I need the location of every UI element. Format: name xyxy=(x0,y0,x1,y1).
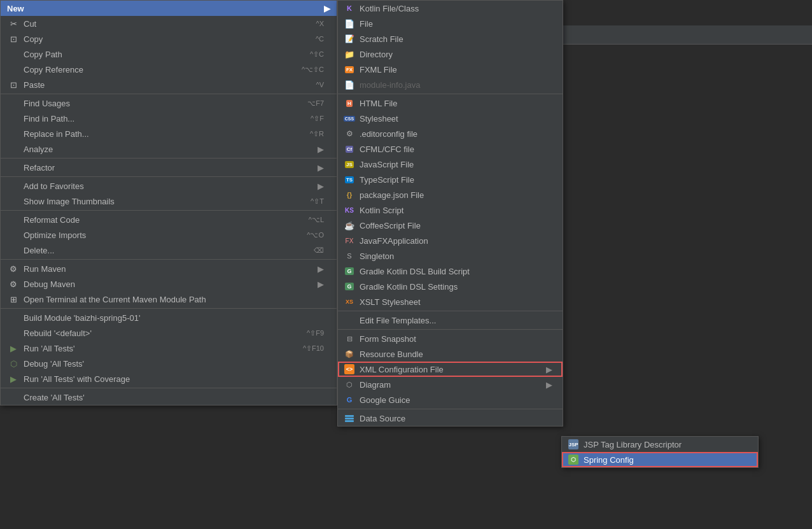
find-usages-label: Find Usages xyxy=(24,99,295,108)
menu-item-gradle-build[interactable]: G Gradle Kotlin DSL Build Script xyxy=(338,264,563,279)
run-tests-icon: ▶ xyxy=(7,344,20,353)
copy-path-label: Copy Path xyxy=(24,50,297,59)
run-maven-label: Run Maven xyxy=(24,264,312,274)
rebuild-label: Rebuild '<default>' xyxy=(24,328,294,338)
menu-item-gradle-settings[interactable]: G Gradle Kotlin DSL Settings xyxy=(338,279,563,294)
run-maven-arrow: ▶ xyxy=(318,264,324,274)
xml-config-submenu: JSP JSP Tag Library Descriptor ⬡ Spring … xyxy=(561,436,759,468)
menu-item-edit-templates[interactable]: Edit File Templates... xyxy=(338,313,563,328)
replace-path-label: Replace in Path... xyxy=(24,129,297,139)
directory-icon: 📁 xyxy=(343,50,356,59)
menu-item-data-source[interactable]: Data Source xyxy=(338,411,563,426)
menu-item-open-terminal[interactable]: ⊞ Open Terminal at the Current Maven Mod… xyxy=(1,292,337,307)
menu-item-editorconfig[interactable]: ⚙ .editorconfig file xyxy=(338,126,563,141)
menu-item-build-module[interactable]: Build Module 'baizhi-spring5-01' xyxy=(1,310,337,325)
menu-item-copy[interactable]: ⊡ Copy ^C xyxy=(1,31,337,46)
find-usages-shortcut: ⌥F7 xyxy=(307,99,324,108)
menu-item-package-json[interactable]: {} package.json File xyxy=(338,187,563,202)
menu-item-module-info[interactable]: 📄 module-info.java xyxy=(338,77,563,92)
separator xyxy=(338,409,563,409)
separator xyxy=(1,94,337,94)
menu-item-replace-path[interactable]: Replace in Path... ^⇧R xyxy=(1,126,337,141)
run-tests-label: Run 'All Tests' xyxy=(24,344,290,353)
google-guice-label: Google Guice xyxy=(360,395,552,405)
menu-item-google-guice[interactable]: G Google Guice xyxy=(338,392,563,407)
menu-item-diagram[interactable]: ⬡ Diagram ▶ xyxy=(338,377,563,392)
show-thumbnails-label: Show Image Thumbnails xyxy=(24,197,298,206)
menu-item-reformat[interactable]: Reformat Code ^⌥L xyxy=(1,212,337,227)
menu-item-paste[interactable]: ⊡ Paste ^V xyxy=(1,77,337,92)
paste-shortcut: ^V xyxy=(316,81,325,88)
delete-shortcut: ⌫ xyxy=(314,246,324,255)
menu-item-form-snapshot[interactable]: ⊟ Form Snapshot xyxy=(338,331,563,346)
menu-item-html[interactable]: H HTML File xyxy=(338,95,563,111)
menu-header-new[interactable]: New ▶ xyxy=(1,1,337,16)
stylesheet-label: Stylesheet xyxy=(360,114,552,123)
javafx-label: JavaFXApplication xyxy=(360,236,552,246)
menu-item-debug-maven[interactable]: ⚙ Debug Maven ▶ xyxy=(1,276,337,292)
paste-icon: ⊡ xyxy=(7,80,20,90)
menu-item-run-maven[interactable]: ⚙ Run Maven ▶ xyxy=(1,261,337,276)
menu-item-typescript[interactable]: TS TypeScript File xyxy=(338,172,563,187)
rebuild-shortcut: ^⇧F9 xyxy=(307,329,324,337)
copy-label: Copy xyxy=(24,34,303,44)
menu-item-xml-config[interactable]: <> XML Configuration File ▶ xyxy=(338,362,563,377)
menu-item-refactor[interactable]: Refactor ▶ xyxy=(1,160,337,175)
module-info-label: module-info.java xyxy=(360,80,552,90)
menu-item-scratch-file[interactable]: 📝 Scratch File xyxy=(338,31,563,46)
javascript-icon: JS xyxy=(343,161,356,168)
menu-item-javafx[interactable]: FX JavaFXApplication xyxy=(338,233,563,248)
copy-path-shortcut: ^⇧C xyxy=(310,50,324,59)
menu-item-analyze[interactable]: Analyze ▶ xyxy=(1,141,337,157)
spring-config-label: Spring Config xyxy=(584,455,748,465)
menu-item-xslt[interactable]: XS XSLT Stylesheet xyxy=(338,294,563,309)
optimize-imports-label: Optimize Imports xyxy=(24,230,294,240)
menu-item-rebuild[interactable]: Rebuild '<default>' ^⇧F9 xyxy=(1,325,337,341)
copy-ref-shortcut: ^⌥⇧C xyxy=(302,66,324,74)
menu-item-find-path[interactable]: Find in Path... ^⇧F xyxy=(1,111,337,126)
typescript-icon: TS xyxy=(343,176,356,183)
menu-item-find-usages[interactable]: Find Usages ⌥F7 xyxy=(1,95,337,111)
menu-header-arrow: ▶ xyxy=(324,4,330,13)
menu-item-resource-bundle[interactable]: 📦 Resource Bundle xyxy=(338,346,563,362)
menu-item-delete[interactable]: Delete... ⌫ xyxy=(1,243,337,258)
menu-item-optimize-imports[interactable]: Optimize Imports ^⌥O xyxy=(1,227,337,243)
google-guice-icon: G xyxy=(343,395,356,405)
fxml-label: FXML File xyxy=(360,65,552,74)
separator xyxy=(1,308,337,309)
run-coverage-label: Run 'All Tests' with Coverage xyxy=(24,374,324,384)
menu-item-javascript[interactable]: JS JavaScript File xyxy=(338,157,563,172)
menu-item-cut[interactable]: ✂ Cut ^X xyxy=(1,16,337,31)
menu-item-kotlin-file[interactable]: K Kotlin File/Class xyxy=(338,1,563,16)
kotlin-file-icon: K xyxy=(343,4,356,12)
menu-item-fxml[interactable]: FX FXML File xyxy=(338,62,563,77)
form-snapshot-label: Form Snapshot xyxy=(360,334,552,344)
menu-item-directory[interactable]: 📁 Directory xyxy=(338,46,563,62)
kotlin-file-label: Kotlin File/Class xyxy=(360,4,552,13)
menu-item-kotlin-script[interactable]: KS Kotlin Script xyxy=(338,202,563,218)
menu-item-show-thumbnails[interactable]: Show Image Thumbnails ^⇧T xyxy=(1,194,337,209)
analyze-label: Analyze xyxy=(24,145,312,154)
package-json-label: package.json File xyxy=(360,190,552,200)
menu-item-coffeescript[interactable]: ☕ CoffeeScript File xyxy=(338,218,563,233)
optimize-imports-shortcut: ^⌥O xyxy=(307,231,324,239)
menu-item-create-tests[interactable]: Create 'All Tests' xyxy=(1,390,337,405)
menu-item-singleton[interactable]: S Singleton xyxy=(338,248,563,264)
separator xyxy=(1,259,337,260)
menu-item-stylesheet[interactable]: CSS Stylesheet xyxy=(338,111,563,126)
menu-item-debug-tests[interactable]: ⬡ Debug 'All Tests' xyxy=(1,356,337,371)
menu-item-add-favorites[interactable]: Add to Favorites ▶ xyxy=(1,178,337,194)
menu-item-cfml[interactable]: Cf CFML/CFC file xyxy=(338,141,563,157)
menu-item-copy-ref[interactable]: Copy Reference ^⌥⇧C xyxy=(1,62,337,77)
menu-item-run-tests[interactable]: ▶ Run 'All Tests' ^⇧F10 xyxy=(1,341,337,356)
run-maven-icon: ⚙ xyxy=(7,264,20,274)
reformat-label: Reformat Code xyxy=(24,215,296,225)
menu-item-file[interactable]: 📄 File xyxy=(338,16,563,31)
menu-item-copy-path[interactable]: Copy Path ^⇧C xyxy=(1,46,337,62)
file-label: File xyxy=(360,19,552,29)
cfml-label: CFML/CFC file xyxy=(360,145,552,154)
separator xyxy=(1,158,337,159)
menu-item-jsp-tag-lib[interactable]: JSP JSP Tag Library Descriptor xyxy=(562,437,758,452)
menu-item-run-coverage[interactable]: ▶ Run 'All Tests' with Coverage xyxy=(1,371,337,386)
menu-item-spring-config[interactable]: ⬡ Spring Config xyxy=(562,452,758,467)
